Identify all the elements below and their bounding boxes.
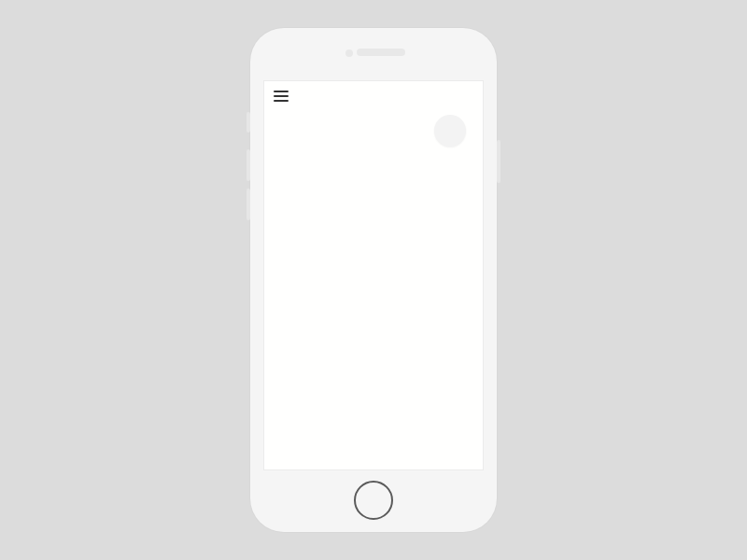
speaker-slot: [357, 49, 405, 56]
hamburger-icon[interactable]: [274, 91, 289, 102]
floating-action-button[interactable]: [434, 115, 466, 147]
mute-switch: [247, 112, 250, 133]
phone-frame: [250, 28, 497, 532]
home-button[interactable]: [354, 481, 393, 520]
volume-down-button: [247, 189, 250, 220]
power-button: [497, 140, 500, 183]
front-camera: [345, 49, 353, 57]
volume-up-button: [247, 149, 250, 181]
app-screen: [263, 80, 484, 470]
